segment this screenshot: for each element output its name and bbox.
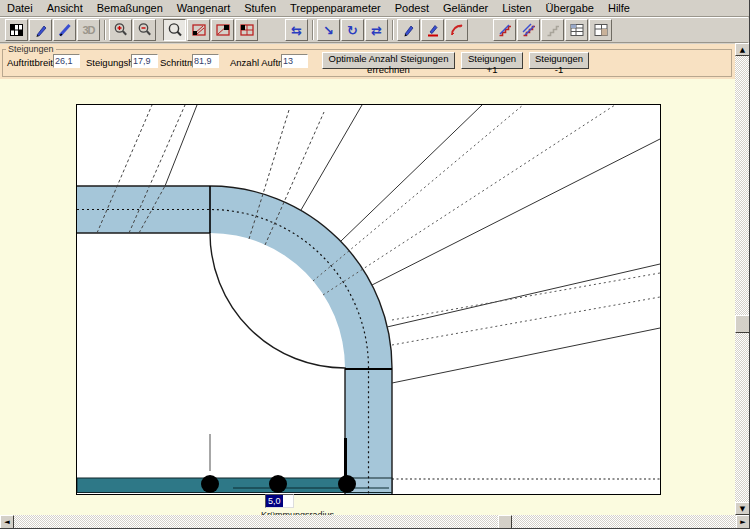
stair-layout-button[interactable] xyxy=(5,19,28,41)
exchange-arrows-icon: ⇄ xyxy=(371,24,382,37)
client-area: Steigungen Auftrittbreite Steigungshöhe … xyxy=(0,44,735,515)
menu-stufen[interactable]: Stufen xyxy=(237,1,283,15)
red-detail-2-icon xyxy=(215,22,231,38)
menu-bar: Datei Ansicht Bemaßungen Wangenart Stufe… xyxy=(0,0,750,17)
list-view-1-button[interactable] xyxy=(565,19,588,41)
blue-pencil2-icon xyxy=(401,22,417,38)
menu-gelaender[interactable]: Geländer xyxy=(436,1,495,15)
scroll-left-icon: ◄ xyxy=(4,518,9,526)
steigungen-minus-button[interactable]: Steigungen -1 xyxy=(529,52,589,69)
view-3d-label: 3D xyxy=(82,24,94,36)
zoom-detail-2-button[interactable] xyxy=(211,19,234,41)
menu-uebergabe[interactable]: Übergabe xyxy=(539,1,601,15)
stair-red-blue-2-icon xyxy=(521,22,537,38)
stair-red-blue-1-icon xyxy=(497,22,513,38)
scroll-down-button[interactable]: ▼ xyxy=(735,502,750,515)
menu-ansicht[interactable]: Ansicht xyxy=(40,1,90,15)
anzahl-auftritte-input[interactable] xyxy=(281,54,308,68)
toolbar-separator xyxy=(104,20,106,40)
insert-corner-button[interactable]: ↘ xyxy=(317,19,340,41)
horizontal-scrollbar[interactable]: ◄ ► xyxy=(0,515,750,529)
stair-view-2-button[interactable] xyxy=(517,19,540,41)
menu-treppenparameter[interactable]: Treppenparameter xyxy=(283,1,388,15)
toolbar-separator xyxy=(312,20,314,40)
zoom-detail-1-button[interactable] xyxy=(187,19,210,41)
toolbar-separator xyxy=(392,20,394,40)
stair-plan-drawing[interactable] xyxy=(77,105,660,494)
blue-pencil-icon xyxy=(33,22,49,38)
red-detail-3-icon xyxy=(239,22,255,38)
auftrittbreite-input[interactable] xyxy=(53,54,80,68)
drag-handle[interactable] xyxy=(338,475,356,493)
kruemmungsradius-input[interactable]: 5,0 xyxy=(265,494,294,508)
magnifier-icon xyxy=(167,22,183,38)
draw-line-button[interactable] xyxy=(53,19,76,41)
drag-handle[interactable] xyxy=(269,475,287,493)
view-3d-button[interactable]: 3D xyxy=(77,19,100,41)
vertical-scroll-thumb[interactable] xyxy=(735,315,750,333)
menu-wangenart[interactable]: Wangenart xyxy=(170,1,237,15)
list-view-2-button[interactable] xyxy=(589,19,612,41)
red-arc-icon xyxy=(449,22,465,38)
scroll-down-icon: ▼ xyxy=(740,505,745,513)
swap-arrows-icon: ⇆ xyxy=(291,24,302,37)
blue-pen-icon xyxy=(57,22,73,38)
scroll-right-icon: ► xyxy=(740,518,745,526)
edit-dimension-button[interactable] xyxy=(421,19,444,41)
scroll-right-button[interactable]: ► xyxy=(736,515,750,529)
zoom-out-icon xyxy=(137,22,153,38)
recalculate-button[interactable]: ↻ xyxy=(341,19,364,41)
horizontal-scroll-thumb[interactable] xyxy=(498,515,512,529)
rotate-arrow-icon: ↻ xyxy=(347,24,358,37)
kruemmungsradius-value: 5,0 xyxy=(266,495,283,507)
optimale-steigungen-button[interactable]: Optimale Anzahl Steigungen errechnen xyxy=(322,52,455,69)
scroll-up-button[interactable]: ▲ xyxy=(735,43,750,56)
table-1-icon xyxy=(569,22,585,38)
draw-pencil-button[interactable] xyxy=(29,19,52,41)
schrittmass-input[interactable] xyxy=(192,54,219,68)
steigungshoehe-input[interactable] xyxy=(131,54,158,68)
menu-datei[interactable]: Datei xyxy=(0,1,40,15)
red-detail-1-icon xyxy=(191,22,207,38)
pencil-dimension-icon xyxy=(425,22,441,38)
steigungen-panel: Steigungen Auftrittbreite Steigungshöhe … xyxy=(0,44,735,79)
menu-podest[interactable]: Podest xyxy=(388,1,436,15)
zoom-in-icon xyxy=(113,22,129,38)
scroll-left-button[interactable]: ◄ xyxy=(0,515,14,529)
vertical-scrollbar[interactable]: ▲ ▼ xyxy=(735,43,750,515)
stair-gray-icon xyxy=(545,22,561,38)
stair-layout-grid-icon xyxy=(9,22,25,38)
stair-view-1-button[interactable] xyxy=(493,19,516,41)
zoom-window-button[interactable] xyxy=(163,19,186,41)
table-2-icon xyxy=(593,22,609,38)
stair-view-3-button[interactable] xyxy=(541,19,564,41)
steigungen-plus-button[interactable]: Steigungen +1 xyxy=(461,52,523,69)
scroll-up-icon: ▲ xyxy=(740,46,745,54)
refresh-view-button[interactable]: ⇆ xyxy=(285,19,308,41)
auftrittbreite-label: Auftrittbreite xyxy=(7,57,58,68)
zoom-detail-3-button[interactable] xyxy=(235,19,258,41)
zoom-out-button[interactable] xyxy=(133,19,156,41)
zoom-in-button[interactable] xyxy=(109,19,132,41)
steigungen-title: Steigungen xyxy=(6,44,56,54)
exchange-button[interactable]: ⇄ xyxy=(365,19,388,41)
arrow-corner-icon: ↘ xyxy=(323,24,334,37)
toolbar: 3D ⇆ ↘ ↻ ⇄ xyxy=(0,17,748,43)
menu-bemassungen[interactable]: Bemaßungen xyxy=(90,1,170,15)
menu-hilfe[interactable]: Hilfe xyxy=(601,1,637,15)
edit-curve-button[interactable] xyxy=(445,19,468,41)
edit-pencil-button[interactable] xyxy=(397,19,420,41)
drag-handle[interactable] xyxy=(201,475,219,493)
drawing-canvas[interactable] xyxy=(76,104,661,495)
band-inner-edge xyxy=(77,233,345,494)
menu-listen[interactable]: Listen xyxy=(495,1,538,15)
